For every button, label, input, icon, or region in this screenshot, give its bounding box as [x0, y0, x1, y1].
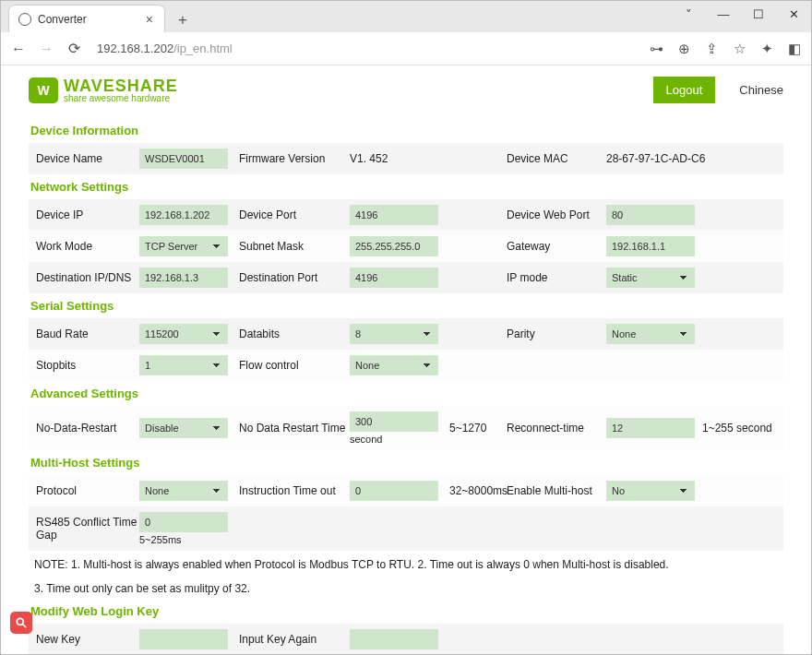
profile-icon[interactable]: ◧	[787, 42, 802, 56]
stopbits-label: Stopbits	[36, 359, 139, 372]
reload-icon[interactable]: ⟳	[66, 41, 82, 57]
close-window-icon[interactable]: ✕	[776, 1, 811, 27]
browser-tab[interactable]: Converter ×	[8, 5, 165, 32]
new-key-input[interactable]	[139, 629, 228, 649]
inst-timeout-label: Instruction Time out	[239, 484, 350, 497]
address-bar: ← → ⟳ 192.168.1.202/ip_en.html ⊶ ⊕ ⇪ ☆ ✦…	[1, 32, 811, 66]
url-field[interactable]: 192.168.1.202/ip_en.html	[93, 42, 638, 55]
reconn-range: 1~255 second	[702, 422, 772, 435]
stopbits-select[interactable]: 1	[139, 355, 228, 375]
browser-window: Converter × + ˅ — ☐ ✕ ← → ⟳ 192.168.1.20…	[0, 0, 812, 655]
gateway-input[interactable]	[606, 236, 695, 256]
rs485-range: 5~255ms	[139, 534, 228, 545]
reconn-input[interactable]	[606, 418, 695, 438]
zoom-icon[interactable]: ⊕	[676, 42, 691, 56]
key-again-label: Input Key Again	[239, 633, 350, 646]
page-content: W WAVESHARE share awesome hardware Logou…	[1, 66, 811, 654]
device-name-label: Device Name	[36, 152, 139, 165]
databits-select[interactable]: 8	[350, 324, 438, 344]
note-2: 3. Time out only can be set as mulitpy o…	[29, 575, 783, 599]
protocol-label: Protocol	[36, 484, 139, 497]
logo-subtitle: share awesome hardware	[64, 94, 178, 103]
note-1: NOTE: 1. Multi-host is always enabled wh…	[29, 551, 783, 575]
section-device-info: Device Information	[29, 118, 783, 143]
dest-port-input[interactable]	[350, 268, 438, 288]
section-modify-key: Modify Web Login Key	[29, 599, 783, 624]
maximize-icon[interactable]: ☐	[741, 1, 776, 27]
dest-port-label: Destination Port	[239, 271, 350, 284]
logo: W WAVESHARE share awesome hardware	[29, 77, 178, 103]
work-mode-select[interactable]: TCP Server	[139, 236, 228, 256]
logo-title: WAVESHARE	[64, 77, 178, 94]
reconn-label: Reconnect-time	[507, 422, 606, 435]
nodata-time-label: No Data Restart Time	[239, 422, 350, 435]
new-tab-button[interactable]: +	[171, 8, 195, 32]
mac-value: 28-67-97-1C-AD-C6	[606, 152, 705, 165]
device-ip-label: Device IP	[36, 208, 139, 221]
subnet-mask-label: Subnet Mask	[239, 240, 350, 253]
device-port-label: Device Port	[239, 208, 350, 221]
device-name-input[interactable]	[139, 149, 228, 169]
url-host: 192.168.1.202	[97, 42, 173, 55]
minimize-icon[interactable]: —	[706, 1, 741, 27]
databits-label: Databits	[239, 328, 350, 340]
firmware-label: Firmware Version	[239, 152, 350, 165]
gateway-label: Gateway	[507, 240, 606, 253]
tab-title: Converter	[38, 13, 87, 26]
nodata-label: No-Data-Restart	[36, 422, 139, 435]
titlebar: Converter × + ˅ — ☐ ✕	[1, 1, 811, 32]
baud-select[interactable]: 115200	[139, 324, 228, 344]
svg-line-1	[23, 625, 27, 628]
flow-label: Flow control	[239, 359, 350, 372]
section-multihost: Multi-Host Settings	[29, 450, 783, 475]
mac-label: Device MAC	[507, 152, 606, 165]
device-port-input[interactable]	[350, 205, 438, 225]
ip-mode-label: IP mode	[507, 271, 606, 284]
nodata-unit: second	[350, 434, 438, 445]
share-icon[interactable]: ⇪	[704, 42, 719, 56]
subnet-mask-input[interactable]	[350, 236, 438, 256]
enable-multihost-label: Enable Multi-host	[507, 484, 606, 497]
chevron-down-icon[interactable]: ˅	[671, 1, 706, 27]
dest-ip-input[interactable]	[139, 268, 228, 288]
key-icon[interactable]: ⊶	[649, 42, 663, 56]
logo-badge-icon: W	[29, 77, 58, 103]
work-mode-label: Work Mode	[36, 240, 139, 253]
back-icon[interactable]: ←	[10, 41, 27, 57]
protocol-select[interactable]: None	[139, 481, 228, 501]
key-again-input[interactable]	[350, 629, 438, 649]
language-link[interactable]: Chinese	[739, 83, 783, 97]
forward-icon: →	[38, 41, 54, 57]
web-port-label: Device Web Port	[507, 208, 606, 221]
extensions-icon[interactable]: ✦	[759, 42, 774, 56]
logout-button[interactable]: Logout	[653, 77, 716, 103]
close-icon[interactable]: ×	[146, 12, 153, 27]
section-advanced: Advanced Settings	[29, 381, 783, 406]
parity-select[interactable]: None	[606, 324, 695, 344]
globe-icon	[18, 13, 31, 26]
nodata-select[interactable]: Disable	[139, 418, 228, 438]
new-key-label: New Key	[36, 633, 139, 646]
enable-multihost-select[interactable]: No	[606, 481, 695, 501]
parity-label: Parity	[507, 328, 606, 340]
nodata-time-input[interactable]	[350, 411, 438, 432]
rs485-label: RS485 Conflict Time Gap	[36, 516, 139, 542]
search-float-icon[interactable]	[10, 612, 32, 634]
device-ip-input[interactable]	[139, 205, 228, 225]
star-icon[interactable]: ☆	[732, 42, 746, 56]
rs485-input[interactable]	[139, 512, 228, 532]
inst-range: 32~8000ms	[449, 484, 507, 497]
firmware-value: V1. 452	[350, 152, 388, 165]
web-port-input[interactable]	[606, 205, 695, 225]
baud-label: Baud Rate	[36, 328, 139, 340]
page-header: W WAVESHARE share awesome hardware Logou…	[29, 77, 783, 103]
nodata-range: 5~1270	[449, 422, 507, 435]
svg-point-0	[17, 618, 23, 625]
dest-ip-label: Destination IP/DNS	[36, 271, 139, 284]
flow-select[interactable]: None	[350, 355, 438, 375]
section-network: Network Settings	[29, 174, 783, 199]
ip-mode-select[interactable]: Static	[606, 268, 695, 288]
inst-timeout-input[interactable]	[350, 481, 438, 501]
url-path: /ip_en.html	[173, 42, 233, 55]
section-serial: Serial Settings	[29, 293, 783, 318]
